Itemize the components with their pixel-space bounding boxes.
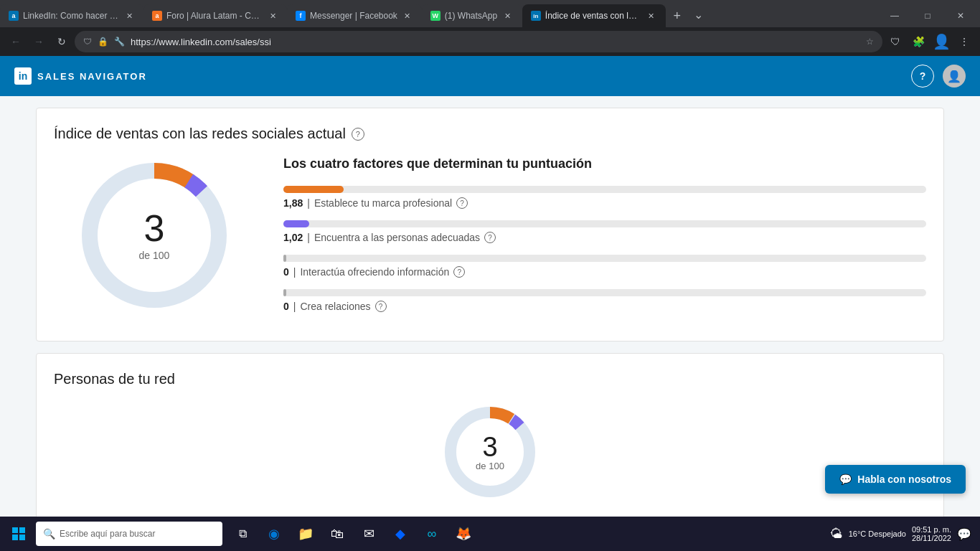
factor-label-3: 0 | Interactúa ofreciendo información ? [283,266,926,278]
sales-navigator-label: SALES NAVIGATOR [37,71,147,82]
personas-card-title: Personas de tu red [54,371,926,387]
factor-text-3: Interactúa ofreciendo información [300,266,449,278]
taskbar-clock: 09:51 p. m. 28/11/2022 [912,525,951,542]
dropbox-icon[interactable]: ◆ [385,518,416,550]
factor-bar-3 [283,255,286,262]
factor-help-4[interactable]: ? [375,301,387,312]
start-button[interactable] [3,518,34,550]
task-view-button[interactable]: ⧉ [227,518,258,550]
taskbar-time: 09:51 p. m. [912,525,951,534]
help-button[interactable]: ? [911,65,934,88]
tab-label-2: Foro | Alura Latam - Cursos d... [166,11,263,21]
factor-bar-2 [283,220,309,227]
back-button[interactable]: ← [6,32,26,52]
personas-score-label: de 100 [476,461,504,471]
tab-whatsapp[interactable]: W (1) WhatsApp ✕ [422,4,522,27]
address-bar[interactable]: 🛡 🔒 🔧 https://www.linkedin.com/sales/ssi… [75,31,882,52]
ssi-score-label: de 100 [139,250,170,261]
tab-close-2[interactable]: ✕ [267,10,278,22]
factor-help-2[interactable]: ? [484,232,496,243]
tab-close-5[interactable]: ✕ [646,10,657,22]
mail-icon[interactable]: ✉ [353,518,385,550]
maximize-button[interactable]: □ [911,5,944,27]
taskbar-date: 28/11/2022 [912,534,951,542]
weather-icon: 🌤 [830,527,843,542]
close-button[interactable]: ✕ [944,5,977,27]
tab-overflow-button[interactable]: ⌄ [689,4,709,24]
taskbar-search[interactable]: 🔍 Escribe aquí para buscar [36,522,222,546]
store-icon[interactable]: 🛍 [321,518,353,550]
ssi-content: 3 de 100 Los cuatro factores que determi… [54,156,926,324]
linkedin-icon: in [14,67,32,85]
permissions-icon: 🔧 [114,37,125,47]
factor-relaciones: 0 | Crea relaciones ? [283,289,926,312]
factor-help-1[interactable]: ? [456,197,468,209]
ssi-card-title: Índice de ventas con las redes sociales … [54,126,926,142]
factor-help-3[interactable]: ? [453,266,465,278]
browser-controls: ← → ↻ 🛡 🔒 🔧 https://www.linkedin.com/sal… [0,27,980,56]
forward-button[interactable]: → [29,32,49,52]
donut-center: 3 de 100 [139,209,170,261]
shield-icon: 🛡 [885,32,905,52]
factor-score-1: 1,88 [283,197,303,209]
factor-separator-3: | [293,266,296,278]
firefox-icon[interactable]: 🦊 [448,518,479,550]
factor-marca: 1,88 | Establece tu marca profesional ? [283,186,926,209]
ssi-donut-chart: 3 de 100 [54,156,255,314]
chat-icon: 💬 [839,474,852,485]
minimize-button[interactable]: — [878,5,911,27]
tab-favicon-3: f [296,11,306,21]
chat-button[interactable]: 💬 Habla con nosotros [825,465,966,494]
search-icon: 🔍 [43,528,55,540]
factor-score-4: 0 [283,301,289,312]
factor-score-2: 1,02 [283,232,303,243]
window-controls-area: — □ ✕ [709,4,980,27]
factors-title: Los cuatro factores que determinan tu pu… [283,156,926,171]
lock-icon: 🔒 [98,37,108,47]
edge-icon[interactable]: ◉ [258,518,290,550]
factor-text-4: Crea relaciones [300,301,370,312]
reload-button[interactable]: ↻ [52,32,72,52]
tab-bar: a LinkedIn: Como hacer que tu... ✕ a For… [0,0,980,27]
taskbar-right: 🌤 16°C Despejado 09:51 p. m. 28/11/2022 … [830,525,977,542]
tab-close-1[interactable]: ✕ [123,10,135,22]
notification-icon[interactable]: 💬 [957,527,971,541]
factor-text-1: Establece tu marca profesional [314,197,452,209]
tab-linkedin[interactable]: a LinkedIn: Como hacer que tu... ✕ [0,4,143,27]
new-tab-button[interactable]: + [666,4,689,27]
ssi-help-icon[interactable]: ? [352,128,364,141]
file-explorer-icon[interactable]: 📁 [290,518,321,550]
tab-close-4[interactable]: ✕ [502,10,514,22]
profile-icon[interactable]: 👤 [931,32,951,52]
factor-text-2: Encuentra a las personas adecuadas [314,232,480,243]
factor-personas: 1,02 | Encuentra a las personas adecuada… [283,220,926,243]
factor-separator-4: | [293,301,296,312]
linkedin-logo: in SALES NAVIGATOR [14,67,147,85]
extensions-icon[interactable]: 🧩 [908,32,928,52]
ssi-score: 3 [139,209,170,247]
ssi-title-text: Índice de ventas con las redes sociales … [54,126,346,142]
factor-label-4: 0 | Crea relaciones ? [283,301,926,312]
tab-ssi[interactable]: in Índice de ventas con las rede... ✕ [522,4,666,27]
ssi-card: Índice de ventas con las redes sociales … [36,108,944,342]
tab-favicon-4: W [430,11,440,21]
tab-alura[interactable]: a Foro | Alura Latam - Cursos d... ✕ [143,4,287,27]
tab-favicon-1: a [9,11,19,21]
menu-button[interactable]: ⋮ [954,32,974,52]
tab-label-4: (1) WhatsApp [445,11,498,21]
svg-rect-9 [19,534,25,540]
tab-messenger[interactable]: f Messenger | Facebook ✕ [287,4,422,27]
security-icon: 🛡 [83,37,92,47]
tab-label-1: LinkedIn: Como hacer que tu... [23,11,119,21]
tab-close-3[interactable]: ✕ [402,10,413,22]
star-icon[interactable]: ☆ [866,37,874,47]
factor-bar-1 [283,186,344,193]
avatar[interactable]: 👤 [943,65,966,88]
infinity-icon[interactable]: ∞ [416,518,448,550]
url-text[interactable]: https://www.linkedin.com/sales/ssi [131,37,860,47]
small-donut-center: 3 de 100 [476,433,504,471]
tab-label-5: Índice de ventas con las rede... [545,11,641,21]
tab-label-3: Messenger | Facebook [310,11,397,21]
svg-rect-8 [12,534,18,540]
tab-favicon-5: in [531,11,541,21]
